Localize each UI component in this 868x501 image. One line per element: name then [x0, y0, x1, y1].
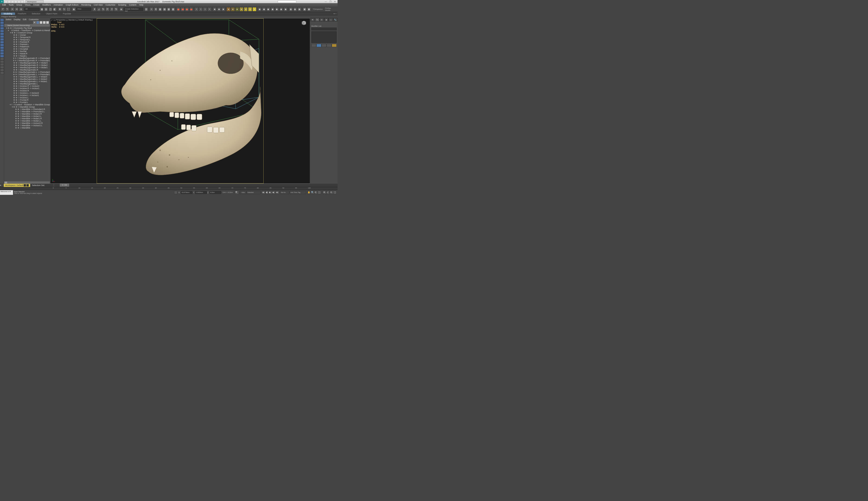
x-input[interactable]: [181, 191, 193, 194]
freeze-icon[interactable]: [15, 60, 17, 61]
vt6-icon[interactable]: [0, 32, 4, 35]
tree-row[interactable]: Incisive.R -> Incisor2: [4, 85, 50, 87]
modifier-list-dropdown[interactable]: [311, 28, 337, 30]
maxscript-listener[interactable]: Welcome to M: [0, 190, 13, 195]
ref-coord-icon[interactable]: ◉: [72, 7, 76, 11]
make-unique-icon[interactable]: [322, 44, 326, 47]
tree-row[interactable]: Parietal.L: [4, 43, 50, 45]
a4-icon[interactable]: •: [207, 7, 211, 11]
tree-row[interactable]: Temporal.L: [4, 39, 50, 41]
search-input[interactable]: [278, 0, 296, 3]
c1-icon[interactable]: ◆: [258, 7, 262, 11]
ribbon-tab-modeling[interactable]: Modeling: [1, 12, 15, 15]
freeze-icon[interactable]: [18, 111, 19, 112]
undo-icon[interactable]: ↶: [1, 7, 5, 11]
add-time-tag[interactable]: Add Time Tag: [290, 191, 306, 194]
remove-mod-icon[interactable]: [327, 44, 332, 47]
freeze-icon[interactable]: [16, 85, 17, 87]
light6-icon[interactable]: ●: [248, 7, 252, 11]
redo-icon[interactable]: ↷: [6, 7, 9, 11]
lock-icon[interactable]: [174, 191, 177, 194]
viewport-label[interactable]: [ + ] [ Perspective ] [ Standard ] [ Def…: [51, 19, 93, 21]
vt17-icon[interactable]: [0, 63, 4, 66]
named-selection-dropdown[interactable]: Create Selection Set: [124, 8, 143, 11]
visibility-icon[interactable]: [13, 88, 15, 89]
maximize-icon[interactable]: ❐: [329, 0, 332, 3]
vt3-icon[interactable]: [0, 24, 4, 27]
curve-editor-icon[interactable]: ▦: [158, 7, 162, 11]
tree-row[interactable]: Nuchal: [4, 50, 50, 52]
tree-row[interactable]: ▾Mandible Group: [4, 106, 50, 108]
visibility-icon[interactable]: [13, 34, 15, 36]
tree-row[interactable]: Vomer: [4, 34, 50, 36]
tree-row[interactable]: Mandible -> Molar2.R: [4, 113, 50, 115]
tree-row[interactable]: Incisive.L: [4, 96, 50, 99]
b1-icon[interactable]: ■: [213, 7, 217, 11]
ribbon-expand-icon[interactable]: ▾ ▪: [332, 12, 338, 15]
freeze-icon[interactable]: [16, 90, 17, 92]
freeze-icon[interactable]: [16, 55, 17, 56]
menu-rendering[interactable]: Rendering: [80, 4, 93, 6]
visibility-icon[interactable]: [13, 55, 15, 56]
tree-row[interactable]: Mandible -> Molar1.R: [4, 117, 50, 120]
visibility-icon[interactable]: [13, 39, 15, 40]
visibility-icon[interactable]: [12, 32, 13, 33]
time-slider-handle[interactable]: 0 / 100: [60, 184, 69, 186]
align-icon[interactable]: ≡: [150, 7, 153, 11]
snap3-icon[interactable]: %: [114, 7, 118, 11]
light2-icon[interactable]: ●: [231, 7, 235, 11]
visibility-icon[interactable]: [15, 111, 17, 112]
e2-icon[interactable]: ▣: [307, 7, 311, 11]
visibility-icon[interactable]: [13, 48, 15, 50]
freeze-icon[interactable]: [14, 32, 15, 33]
visibility-icon[interactable]: [13, 95, 15, 96]
goto-start-icon[interactable]: ⏮: [262, 191, 265, 194]
auto-key-button[interactable]: Auto: [240, 191, 247, 194]
spinner-snap-icon[interactable]: 3ᵃ: [106, 7, 109, 11]
set-key-button[interactable]: Set Ke: [280, 191, 289, 194]
menu-animation[interactable]: Animation: [52, 4, 64, 6]
select-name-icon[interactable]: ▤: [44, 7, 48, 11]
visibility-icon[interactable]: [13, 53, 15, 54]
a2-icon[interactable]: •: [199, 7, 203, 11]
freeze-icon[interactable]: [10, 28, 12, 29]
vt18-icon[interactable]: [0, 66, 4, 69]
visibility-icon[interactable]: [13, 99, 15, 101]
light5-icon[interactable]: ●: [244, 7, 248, 11]
freeze-icon[interactable]: [16, 39, 17, 40]
ribbon-tab-freeform[interactable]: Freeform: [15, 12, 29, 15]
workspace-dropdown[interactable]: Workspace: Default: [25, 0, 44, 3]
freeze-icon[interactable]: [16, 83, 17, 84]
freeze-icon[interactable]: [18, 122, 19, 124]
visibility-icon[interactable]: [13, 41, 15, 43]
tree-row[interactable]: MaxillaZygomatic.R -> Premolar1: [4, 60, 50, 62]
visibility-icon[interactable]: [13, 69, 15, 71]
window-crossing-icon[interactable]: ◧: [53, 7, 57, 11]
visibility-icon[interactable]: [13, 51, 15, 52]
configure-icon[interactable]: [332, 44, 337, 47]
menu-graph-editors[interactable]: Graph Editors: [64, 4, 80, 6]
nav-pan-icon[interactable]: ✋: [307, 191, 311, 194]
visibility-icon[interactable]: [13, 102, 15, 103]
menu-modifiers[interactable]: Modifiers: [41, 4, 52, 6]
menu-tools[interactable]: Tools: [8, 4, 15, 6]
c2-icon[interactable]: ◆: [262, 7, 266, 11]
workspace-label[interactable]: Workspace: Default: [4, 184, 30, 187]
utilities-tab-icon[interactable]: 🔧: [333, 18, 338, 21]
visibility-icon[interactable]: [13, 85, 15, 87]
visibility-icon[interactable]: [13, 78, 15, 80]
tree-row[interactable]: Mandible -> Premolar2.L: [4, 110, 50, 113]
render-active-icon[interactable]: 🫖: [189, 7, 193, 11]
qat-link-icon[interactable]: [21, 0, 24, 3]
isolate-icon[interactable]: ✚: [235, 191, 239, 194]
tree-row[interactable]: Nasal.R: [4, 52, 50, 55]
angle-snap-icon[interactable]: ⊿: [97, 7, 101, 11]
freeze-icon[interactable]: [15, 74, 17, 75]
visibility-icon[interactable]: [13, 90, 15, 92]
display-tab-icon[interactable]: ▭: [328, 18, 333, 21]
select-object-icon[interactable]: ▦: [40, 7, 44, 11]
d1-icon[interactable]: ◉: [289, 7, 293, 11]
c6-icon[interactable]: ◆: [279, 7, 283, 11]
snap-icon[interactable]: ⬇: [93, 7, 96, 11]
freeze-icon[interactable]: [16, 67, 17, 68]
